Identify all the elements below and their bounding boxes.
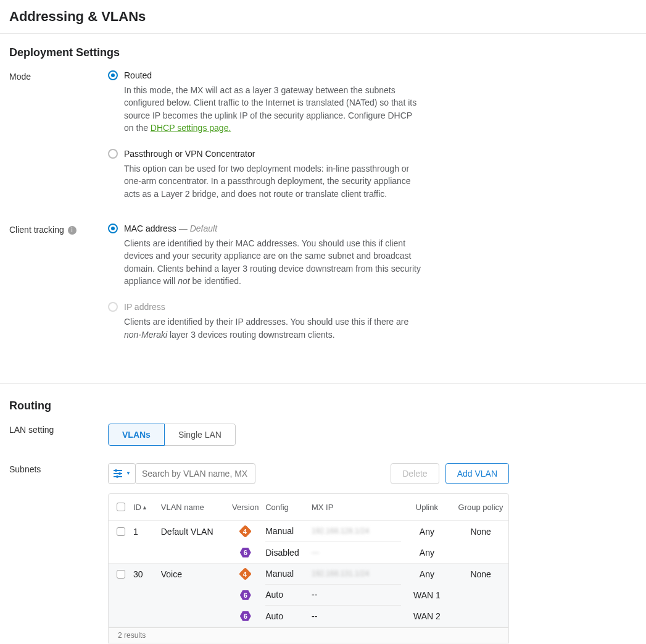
deployment-heading: Deployment Settings (0, 46, 646, 65)
delete-button: Delete (391, 463, 439, 484)
table-row[interactable]: 1 Default VLAN 4 Manual 192.168.128.1/24… (109, 521, 508, 564)
svg-point-3 (115, 469, 117, 472)
tracking-ip-desc: Clients are identified by their IP addre… (124, 316, 423, 341)
info-icon[interactable]: i (68, 226, 77, 235)
default-tag: — Default (179, 224, 217, 233)
dhcp-settings-link[interactable]: DHCP settings page. (151, 123, 231, 133)
cell-config: Auto (265, 606, 312, 627)
filter-button[interactable]: ▼ (108, 463, 136, 484)
col-config[interactable]: Config (265, 503, 312, 512)
table-header: ID▲ VLAN name Version Config MX IP Uplin… (109, 494, 508, 521)
col-version[interactable]: Version (225, 503, 265, 512)
lan-setting-tabs: VLANs Single LAN (108, 424, 236, 446)
tracking-option-ip: IP address Clients are identified by the… (108, 302, 423, 341)
ipv6-icon: 6 (240, 548, 251, 558)
mode-option-routed[interactable]: Routed In this mode, the MX will act as … (108, 70, 423, 134)
page-title: Addressing & VLANs (0, 0, 646, 34)
tracking-ip-label: IP address (124, 302, 165, 312)
row-checkbox[interactable] (117, 570, 125, 579)
ipv6-icon: 6 (240, 611, 251, 621)
sort-asc-icon: ▲ (142, 504, 147, 511)
cell-mxip: -- (312, 606, 401, 627)
svg-point-4 (118, 472, 121, 475)
cell-config: Manual (265, 564, 312, 585)
cell-id: 30 (133, 569, 161, 579)
radio-icon (108, 302, 118, 312)
cell-mxip: — (312, 548, 319, 557)
tab-single-lan[interactable]: Single LAN (165, 424, 236, 446)
ipv4-icon: 4 (239, 567, 252, 580)
cell-mxip: -- (312, 585, 401, 606)
lan-setting-label: LAN setting (9, 424, 108, 435)
tracking-mac-label: MAC address (124, 224, 176, 233)
cell-uplink: WAN 1 (401, 590, 453, 600)
mode-routed-label: Routed (124, 70, 152, 80)
cell-id: 1 (133, 527, 161, 537)
row-checkbox[interactable] (117, 527, 125, 536)
cell-group-policy: None (453, 527, 508, 537)
routing-heading: Routing (0, 399, 646, 419)
mode-routed-desc: In this mode, the MX will act as a layer… (124, 84, 423, 134)
table-footer: 2 results (108, 628, 509, 643)
cell-group-policy: None (453, 569, 508, 579)
cell-name: Voice (161, 569, 226, 579)
cell-uplink: Any (401, 548, 453, 558)
tracking-option-mac[interactable]: MAC address — Default Clients are identi… (108, 224, 423, 287)
radio-icon (108, 224, 118, 233)
svg-point-5 (116, 475, 118, 478)
cell-mxip: 192.168.131.1/24 (312, 569, 369, 578)
radio-icon (108, 70, 118, 80)
mode-passthrough-label: Passthrough or VPN Concentrator (124, 149, 255, 159)
mode-label: Mode (9, 70, 108, 82)
tab-vlans[interactable]: VLANs (108, 424, 165, 446)
mode-passthrough-desc: This option can be used for two deployme… (124, 162, 423, 200)
cell-config: Auto (265, 585, 312, 606)
radio-icon (108, 149, 118, 159)
cell-name: Default VLAN (161, 527, 226, 537)
chevron-down-icon: ▼ (126, 470, 131, 476)
filter-icon (113, 469, 124, 478)
cell-config: Disabled (265, 542, 312, 563)
ipv4-icon: 4 (239, 525, 252, 538)
select-all-checkbox[interactable] (117, 503, 125, 511)
vlan-table: ID▲ VLAN name Version Config MX IP Uplin… (108, 493, 509, 628)
col-mxip[interactable]: MX IP (312, 503, 401, 512)
col-group-policy[interactable]: Group policy (453, 503, 508, 512)
mode-option-passthrough[interactable]: Passthrough or VPN Concentrator This opt… (108, 149, 423, 200)
subnets-label: Subnets (9, 463, 108, 474)
cell-uplink: WAN 2 (401, 611, 453, 621)
cell-uplink: Any (401, 569, 453, 579)
tracking-mac-desc: Clients are identified by their MAC addr… (124, 237, 423, 287)
ipv6-icon: 6 (240, 590, 251, 600)
cell-uplink: Any (401, 527, 453, 537)
col-name[interactable]: VLAN name (161, 503, 226, 512)
tracking-label: Client tracking i (9, 224, 108, 235)
cell-mxip: 192.168.128.1/24 (312, 527, 369, 535)
col-id[interactable]: ID▲ (133, 503, 161, 512)
add-vlan-button[interactable]: Add VLAN (445, 463, 509, 484)
col-uplink[interactable]: Uplink (401, 503, 453, 512)
table-row[interactable]: 30 Voice 4 Manual 192.168.131.1/24 Any N… (109, 564, 508, 627)
search-input[interactable] (135, 463, 255, 484)
cell-config: Manual (265, 521, 312, 542)
